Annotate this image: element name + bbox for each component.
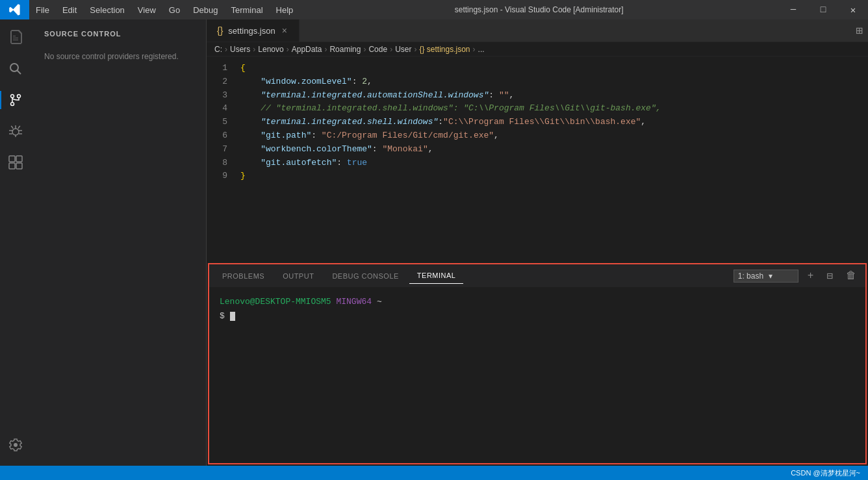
code-line-7: "workbench.colorTheme": "Monokai", — [240, 143, 860, 157]
window-title: settings.json - Visual Studio Code [Admi… — [455, 5, 624, 14]
code-line-4: // "terminal.integrated.shell.windows": … — [240, 102, 860, 116]
menu-selection[interactable]: Selection — [83, 0, 131, 19]
svg-point-4 — [11, 95, 14, 98]
activity-source-control[interactable] — [0, 84, 31, 116]
panel-tabs: PROBLEMS OUTPUT DEBUG CONSOLE TERMINAL 1… — [209, 264, 865, 287]
code-editor: 1 2 3 4 5 6 7 8 9 { "window.zoomLevel": … — [207, 57, 868, 263]
line-numbers: 1 2 3 4 5 6 7 8 9 — [207, 57, 233, 263]
status-bar: CSDN @清梦枕星河~ — [0, 466, 868, 480]
tab-bar-actions: ⊞ — [856, 19, 868, 42]
svg-rect-13 — [9, 156, 15, 162]
activity-debug[interactable] — [0, 116, 31, 147]
split-editor-icon[interactable]: ⊞ — [856, 23, 863, 38]
svg-point-0 — [10, 64, 18, 71]
terminal-selector-label: 1: bash — [738, 272, 763, 281]
svg-point-2 — [11, 103, 14, 106]
terminal-content[interactable]: Lenovo@DESKTOP-MMIOSM5 MINGW64 ~ $ — [209, 287, 865, 463]
chevron-down-icon: ▾ — [769, 272, 772, 281]
close-button[interactable]: ✕ — [838, 0, 868, 19]
activity-settings[interactable] — [0, 429, 31, 461]
breadcrumb-ellipsis[interactable]: ... — [478, 45, 485, 54]
vscode-logo — [0, 0, 29, 19]
sidebar-message: No source control providers registered. — [31, 43, 206, 70]
svg-line-1 — [18, 71, 21, 75]
breadcrumb-settings-json[interactable]: {} settings.json — [419, 45, 470, 54]
status-text: CSDN @清梦枕星河~ — [791, 468, 860, 478]
code-content[interactable]: { "window.zoomLevel": 2, "terminal.integ… — [233, 57, 868, 263]
sidebar-title: SOURCE CONTROL — [31, 25, 206, 43]
minimize-button[interactable]: ─ — [778, 0, 808, 19]
svg-point-3 — [18, 95, 21, 98]
code-line-5: "terminal.integrated.shell.windows":"C:\… — [240, 116, 860, 129]
menu-help[interactable]: Help — [270, 0, 300, 19]
svg-rect-14 — [16, 156, 22, 162]
split-panel-icon[interactable]: ⊟ — [823, 268, 837, 284]
svg-point-17 — [14, 443, 18, 447]
tab-close-button[interactable]: × — [281, 24, 288, 37]
title-bar-left: File Edit Selection View Go Debug Termin… — [0, 0, 300, 19]
panel-tab-right: 1: bash ▾ + ⊟ 🗑 — [734, 268, 860, 284]
settings-json-tab[interactable]: {} settings.json × — [207, 19, 300, 42]
menu-file[interactable]: File — [29, 0, 56, 19]
menu-bar: File Edit Selection View Go Debug Termin… — [29, 0, 300, 19]
tab-problems[interactable]: PROBLEMS — [214, 268, 272, 284]
terminal-prompt-line: Lenovo@DESKTOP-MMIOSM5 MINGW64 ~ — [220, 295, 855, 309]
breadcrumb-lenovo[interactable]: Lenovo — [258, 45, 283, 54]
tab-bar: {} settings.json × ⊞ — [207, 19, 868, 42]
code-line-1: { — [240, 62, 860, 75]
activity-bar-bottom — [0, 429, 31, 466]
activity-explorer[interactable] — [0, 22, 31, 53]
editor-area: {} settings.json × ⊞ C: › Users › Lenovo… — [207, 19, 868, 466]
menu-go[interactable]: Go — [162, 0, 186, 19]
code-line-6: "git.path": "C:/Program Files/Git/cmd/gi… — [240, 129, 860, 143]
activity-extensions[interactable] — [0, 147, 31, 178]
svg-point-6 — [12, 129, 19, 135]
breadcrumb-users[interactable]: Users — [230, 45, 250, 54]
terminal-cursor — [230, 312, 235, 321]
terminal-dollar: $ — [220, 311, 230, 321]
svg-rect-16 — [16, 163, 22, 169]
tab-label: settings.json — [228, 26, 275, 36]
terminal-user: Lenovo@DESKTOP-MMIOSM5 — [220, 297, 331, 307]
menu-debug[interactable]: Debug — [186, 0, 224, 19]
code-line-2: "window.zoomLevel": 2, — [240, 75, 860, 89]
title-bar: File Edit Selection View Go Debug Termin… — [0, 0, 868, 19]
maximize-button[interactable]: □ — [808, 0, 838, 19]
tab-icon: {} — [217, 25, 223, 36]
breadcrumb-c[interactable]: C: — [214, 45, 222, 54]
code-line-9: } — [240, 170, 860, 183]
main-layout: SOURCE CONTROL No source control provide… — [0, 19, 868, 466]
terminal-input-line: $ — [220, 309, 855, 323]
breadcrumb-user[interactable]: User — [395, 45, 411, 54]
tab-terminal[interactable]: TERMINAL — [409, 268, 464, 284]
breadcrumb: C: › Users › Lenovo › AppData › Roaming … — [207, 42, 868, 57]
activity-search[interactable] — [0, 53, 31, 84]
menu-terminal[interactable]: Terminal — [224, 0, 269, 19]
terminal-shell: MINGW64 — [336, 297, 372, 307]
code-line-3: "terminal.integrated.automationShell.win… — [240, 89, 860, 103]
terminal-selector-dropdown[interactable]: 1: bash ▾ — [734, 270, 798, 283]
svg-rect-15 — [9, 163, 15, 169]
breadcrumb-roaming[interactable]: Roaming — [329, 45, 361, 54]
code-line-8: "git.autofetch": true — [240, 157, 860, 170]
tab-debug-console[interactable]: DEBUG CONSOLE — [324, 268, 406, 284]
terminal-path: ~ — [377, 297, 382, 307]
breadcrumb-code[interactable]: Code — [368, 45, 387, 54]
breadcrumb-appdata[interactable]: AppData — [292, 45, 322, 54]
trash-icon[interactable]: 🗑 — [842, 268, 860, 283]
menu-view[interactable]: View — [131, 0, 162, 19]
menu-edit[interactable]: Edit — [56, 0, 83, 19]
tab-output[interactable]: OUTPUT — [275, 268, 322, 284]
activity-bar — [0, 19, 31, 466]
window-controls: ─ □ ✕ — [778, 0, 868, 19]
sidebar: SOURCE CONTROL No source control provide… — [31, 19, 207, 466]
add-terminal-button[interactable]: + — [804, 269, 818, 283]
panel: PROBLEMS OUTPUT DEBUG CONSOLE TERMINAL 1… — [208, 263, 867, 464]
